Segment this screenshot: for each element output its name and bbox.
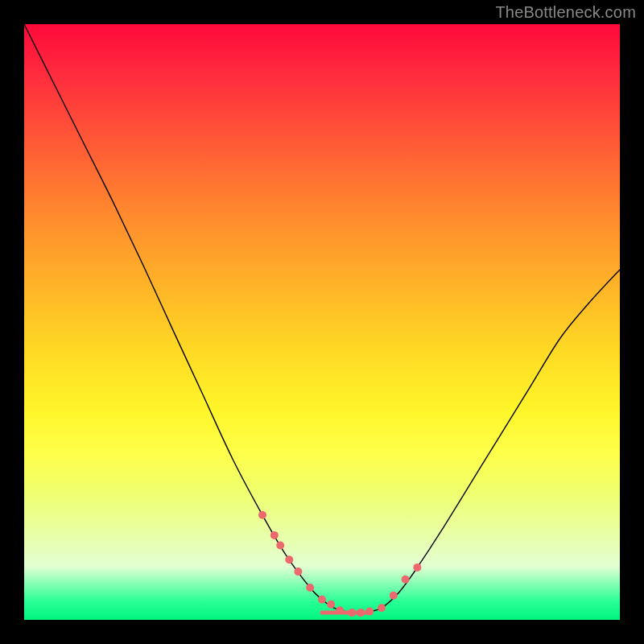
sample-dot (402, 576, 410, 584)
sample-dot (294, 568, 302, 576)
sample-dot (327, 601, 335, 609)
sample-dot (270, 531, 279, 539)
sample-dot (285, 555, 293, 564)
plot-frame: TheBottleneck.com (0, 0, 644, 644)
sample-dot (413, 564, 421, 572)
plot-svg (24, 24, 620, 620)
watermark-text: TheBottleneck.com (495, 3, 636, 22)
sample-dot (276, 542, 284, 550)
bottleneck-curve (24, 24, 620, 613)
sample-dot (306, 584, 314, 592)
sample-dot (318, 596, 326, 604)
sample-dot (378, 604, 386, 612)
sample-dots (258, 511, 421, 617)
sample-dot (390, 592, 398, 600)
sample-dot (258, 511, 266, 519)
